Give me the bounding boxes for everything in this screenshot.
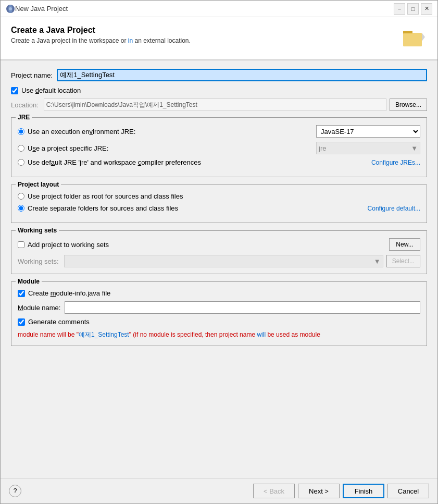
add-to-working-sets-row: Add project to working sets New...	[18, 238, 420, 251]
jre-option3-radio[interactable]	[18, 159, 24, 166]
working-sets-field-label: Working sets:	[18, 257, 59, 265]
layout-option2-row: Create separate folders for sources and …	[18, 204, 420, 212]
project-layout-title: Project layout	[16, 181, 61, 188]
maximize-button[interactable]: □	[407, 3, 419, 15]
location-label: Location:	[11, 101, 39, 109]
module-section-title: Module	[16, 278, 42, 285]
minimize-button[interactable]: −	[394, 3, 405, 15]
footer-left: ?	[9, 485, 21, 497]
jre-option3-label: Use default JRE 'jre' and workspace comp…	[28, 158, 371, 166]
finish-button[interactable]: Finish	[343, 484, 384, 498]
new-working-set-button[interactable]: New...	[389, 238, 420, 251]
layout-option1-label: Use project folder as root for sources a…	[28, 192, 420, 200]
jre-environment-dropdown[interactable]: JavaSE-17	[316, 125, 420, 138]
module-section: Module Create module-info.java file Modu…	[11, 281, 427, 346]
configure-default-link[interactable]: Configure default...	[368, 205, 420, 212]
use-default-location-row: Use default location	[11, 87, 427, 94]
generate-comments-checkbox[interactable]	[18, 318, 25, 326]
create-module-info-label[interactable]: Create module-info.java file	[28, 289, 110, 297]
create-module-info-checkbox[interactable]	[18, 290, 25, 297]
working-sets-content: Add project to working sets New... Worki…	[18, 238, 420, 267]
eclipse-icon	[6, 4, 15, 14]
cancel-button[interactable]: Cancel	[387, 484, 429, 498]
content-area: Project name: Use default location Locat…	[1, 60, 437, 478]
module-section-content: Create module-info.java file Module name…	[18, 289, 420, 339]
add-to-working-sets-label[interactable]: Add project to working sets	[28, 241, 109, 249]
location-input[interactable]	[44, 99, 386, 111]
jre-option2-row: Use a project specific JRE: jre ▼	[18, 142, 420, 154]
generate-comments-label[interactable]: Generate comments	[28, 318, 90, 326]
module-name-row: Module name:	[18, 301, 420, 314]
layout-option1-radio[interactable]	[18, 193, 24, 200]
configure-jres-link[interactable]: Configure JREs...	[371, 159, 420, 166]
create-module-info-row: Create module-info.java file	[18, 289, 420, 297]
close-button[interactable]: ✕	[421, 3, 432, 15]
module-name-label: Module name:	[18, 304, 60, 312]
browse-button[interactable]: Browse...	[390, 99, 427, 111]
working-sets-field-row: Working sets: ▼ Select...	[18, 255, 420, 267]
jre-section-title: JRE	[16, 114, 32, 121]
jre-option3-row: Use default JRE 'jre' and workspace comp…	[18, 158, 420, 166]
module-name-input[interactable]	[65, 301, 420, 314]
footer-area: ? < Back Next > Finish Cancel	[1, 478, 437, 503]
jre-option1-label: Use an execution environment JRE:	[28, 128, 316, 136]
add-to-working-sets-checkbox[interactable]	[18, 241, 24, 248]
project-layout-section: Project layout Use project folder as roo…	[11, 185, 427, 223]
title-bar: New Java Project − □ ✕	[1, 1, 437, 17]
header-title: Create a Java Project	[11, 26, 191, 35]
header-folder-icon	[402, 26, 427, 52]
module-info-text: module name will be "예제1_SettingTest" (i…	[18, 330, 420, 339]
layout-option1-row: Use project folder as root for sources a…	[18, 192, 420, 200]
jre-specific-dropdown: jre ▼	[316, 142, 420, 154]
jre-section-content: Use an execution environment JRE: JavaSE…	[18, 125, 420, 166]
working-sets-title: Working sets	[16, 227, 59, 234]
project-name-row: Project name:	[11, 69, 427, 81]
select-working-set-button[interactable]: Select...	[386, 255, 420, 267]
help-button[interactable]: ?	[9, 485, 21, 497]
header-subtitle: Create a Java project in the workspace o…	[11, 37, 191, 44]
jre-option2-label: Use a project specific JRE:	[28, 144, 316, 152]
layout-option2-label: Create separate folders for sources and …	[28, 204, 368, 212]
jre-section: JRE Use an execution environment JRE: Ja…	[11, 117, 427, 177]
jre-option2-radio[interactable]	[18, 145, 24, 152]
main-window: New Java Project − □ ✕ Create a Java Pro…	[0, 0, 438, 504]
back-button[interactable]: < Back	[253, 484, 295, 498]
project-layout-content: Use project folder as root for sources a…	[18, 192, 420, 212]
project-name-label: Project name:	[11, 71, 53, 79]
window-title: New Java Project	[15, 5, 394, 13]
generate-comments-row: Generate comments	[18, 318, 420, 326]
next-button[interactable]: Next >	[298, 484, 340, 498]
svg-rect-5	[403, 33, 422, 46]
project-name-input[interactable]	[57, 69, 427, 81]
window-controls: − □ ✕	[394, 3, 432, 15]
location-row: Location: Browse...	[11, 99, 427, 111]
layout-option2-radio[interactable]	[18, 205, 24, 212]
header-text: Create a Java Project Create a Java proj…	[11, 26, 191, 44]
use-default-location-checkbox[interactable]	[11, 87, 18, 94]
svg-point-2	[9, 7, 12, 10]
header-area: Create a Java Project Create a Java proj…	[1, 17, 437, 60]
jre-option1-radio[interactable]	[18, 128, 24, 135]
use-default-location-label[interactable]: Use default location	[21, 87, 81, 94]
jre-option1-row: Use an execution environment JRE: JavaSE…	[18, 125, 420, 138]
footer-buttons: < Back Next > Finish Cancel	[253, 484, 429, 498]
working-sets-section: Working sets Add project to working sets…	[11, 230, 427, 274]
svg-marker-6	[422, 33, 425, 41]
working-sets-dropdown: ▼	[64, 255, 383, 267]
